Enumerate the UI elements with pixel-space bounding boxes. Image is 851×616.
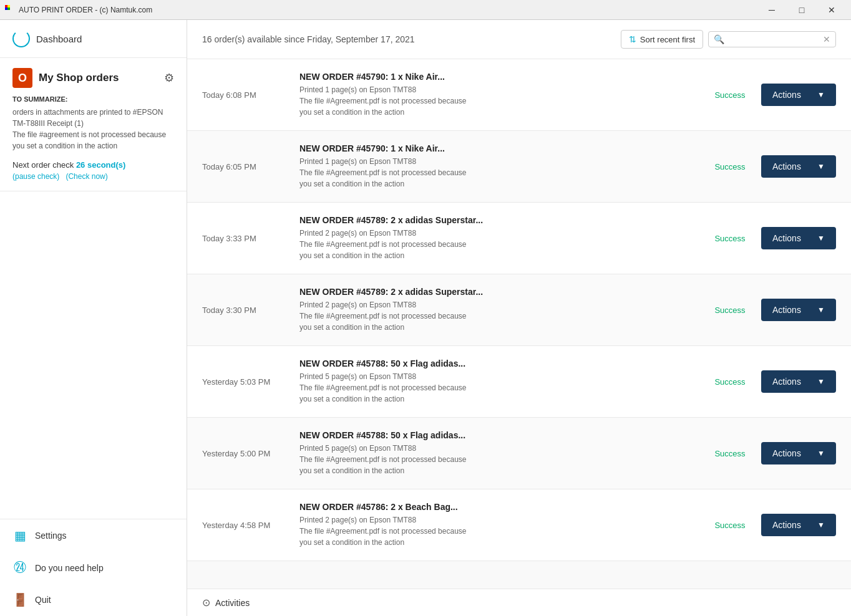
- settings-icon: ▦: [12, 528, 27, 543]
- actions-chevron-icon-2: ▼: [817, 234, 825, 243]
- order-status-4: Success: [699, 376, 761, 387]
- order-actions-4: Actions ▼: [761, 370, 836, 393]
- sidebar: Dashboard O My Shop orders ⚙ TO SUMMARIZ…: [0, 20, 187, 616]
- svg-rect-2: [5, 7, 7, 10]
- order-status-5: Success: [699, 448, 761, 459]
- help-icon: ㉔: [12, 561, 27, 575]
- order-detail-6: Printed 2 page(s) on Epson TMT88The file…: [299, 514, 689, 548]
- actions-chevron-icon-0: ▼: [817, 90, 825, 99]
- order-time-1: Today 6:05 PM: [202, 162, 289, 171]
- order-detail-3: Printed 2 page(s) on Epson TMT88The file…: [299, 299, 689, 333]
- settings-label: Settings: [35, 531, 67, 541]
- actions-button-4[interactable]: Actions ▼: [761, 370, 836, 393]
- actions-button-3[interactable]: Actions ▼: [761, 299, 836, 321]
- status-badge-2: Success: [714, 234, 745, 243]
- help-label: Do you need help: [35, 563, 104, 573]
- maximize-button[interactable]: □: [787, 0, 816, 20]
- sidebar-item-settings[interactable]: ▦ Settings: [0, 519, 187, 552]
- order-status-3: Success: [699, 304, 761, 315]
- content-header: 16 order(s) available since Friday, Sept…: [187, 20, 851, 59]
- order-row: Yesterday 5:03 PM NEW ORDER #45788: 50 x…: [187, 346, 851, 418]
- actions-button-5[interactable]: Actions ▼: [761, 442, 836, 464]
- order-detail-0: Printed 1 page(s) on Epson TMT88The file…: [299, 84, 689, 118]
- activities-bar: ⊙ Activities: [187, 589, 851, 616]
- sidebar-item-help[interactable]: ㉔ Do you need help: [0, 552, 187, 584]
- order-info-2: NEW ORDER #45789: 2 x adidas Superstar..…: [289, 215, 699, 261]
- order-time-4: Yesterday 5:03 PM: [202, 377, 289, 387]
- order-row: Today 6:08 PM NEW ORDER #45790: 1 x Nike…: [187, 59, 851, 131]
- actions-label-1: Actions: [772, 161, 801, 171]
- activities-toggle-icon[interactable]: ⊙: [202, 597, 210, 609]
- search-clear-icon[interactable]: ✕: [823, 34, 830, 44]
- next-check: Next order check 26 second(s): [12, 160, 174, 170]
- order-status-6: Success: [699, 519, 761, 531]
- order-detail-4: Printed 5 page(s) on Epson TMT88The file…: [299, 371, 689, 405]
- order-row: Yesterday 5:00 PM NEW ORDER #45788: 50 x…: [187, 418, 851, 489]
- order-status-0: Success: [699, 89, 761, 100]
- app-body: Dashboard O My Shop orders ⚙ TO SUMMARIZ…: [0, 20, 851, 616]
- sidebar-item-dashboard[interactable]: Dashboard: [0, 20, 187, 58]
- shop-header-left: O My Shop orders: [12, 68, 119, 88]
- order-row: Yesterday 4:58 PM NEW ORDER #45786: 2 x …: [187, 489, 851, 561]
- order-title-5: NEW ORDER #45788: 50 x Flag adidas...: [299, 430, 689, 440]
- actions-chevron-icon-6: ▼: [817, 521, 825, 529]
- order-actions-2: Actions ▼: [761, 227, 836, 249]
- header-controls: ⇅ Sort recent first 🔍 ✕: [621, 30, 836, 49]
- next-check-seconds: 26 second(s): [76, 160, 125, 170]
- order-time-0: Today 6:08 PM: [202, 90, 289, 100]
- sort-button[interactable]: ⇅ Sort recent first: [621, 30, 703, 49]
- check-now-link[interactable]: (Check now): [66, 172, 107, 181]
- search-box: 🔍 ✕: [708, 31, 836, 47]
- pause-check-link[interactable]: (pause check): [12, 172, 59, 181]
- order-actions-3: Actions ▼: [761, 299, 836, 321]
- sort-icon: ⇅: [629, 34, 636, 44]
- order-title-6: NEW ORDER #45786: 2 x Beach Bag...: [299, 502, 689, 512]
- order-detail-2: Printed 2 page(s) on Epson TMT88The file…: [299, 228, 689, 261]
- actions-button-1[interactable]: Actions ▼: [761, 155, 836, 178]
- actions-button-0[interactable]: Actions ▼: [761, 84, 836, 106]
- order-detail-1: Printed 1 page(s) on Epson TMT88The file…: [299, 156, 689, 190]
- main-content: 16 order(s) available since Friday, Sept…: [187, 20, 851, 616]
- order-detail-5: Printed 5 page(s) on Epson TMT88The file…: [299, 443, 689, 476]
- order-info-3: NEW ORDER #45789: 2 x adidas Superstar..…: [289, 287, 699, 333]
- sidebar-bottom: ▦ Settings ㉔ Do you need help 🚪 Quit: [0, 519, 187, 616]
- actions-button-6[interactable]: Actions ▼: [761, 514, 836, 536]
- dashboard-icon: [12, 30, 30, 47]
- sidebar-item-quit[interactable]: 🚪 Quit: [0, 584, 187, 616]
- actions-button-2[interactable]: Actions ▼: [761, 227, 836, 249]
- close-button[interactable]: ✕: [817, 0, 846, 20]
- title-bar-left: AUTO PRINT ORDER - (c) Namtuk.com: [5, 5, 152, 15]
- order-title-2: NEW ORDER #45789: 2 x adidas Superstar..…: [299, 215, 689, 225]
- summary-line-1: orders in attachments are printed to #EP…: [12, 108, 163, 128]
- minimize-button[interactable]: ─: [757, 0, 786, 20]
- order-time-5: Yesterday 5:00 PM: [202, 449, 289, 458]
- order-info-6: NEW ORDER #45786: 2 x Beach Bag... Print…: [289, 502, 699, 548]
- orders-count: 16 order(s) available since Friday, Sept…: [202, 34, 415, 44]
- order-row: Today 3:30 PM NEW ORDER #45789: 2 x adid…: [187, 274, 851, 346]
- order-info-5: NEW ORDER #45788: 50 x Flag adidas... Pr…: [289, 430, 699, 476]
- order-actions-5: Actions ▼: [761, 442, 836, 464]
- status-badge-3: Success: [714, 306, 745, 315]
- order-title-1: NEW ORDER #45790: 1 x Nike Air...: [299, 143, 689, 153]
- actions-chevron-icon-1: ▼: [817, 162, 825, 171]
- order-time-2: Today 3:33 PM: [202, 234, 289, 243]
- status-badge-5: Success: [714, 449, 745, 458]
- svg-rect-1: [7, 5, 10, 7]
- actions-chevron-icon-5: ▼: [817, 449, 825, 458]
- settings-gear-icon[interactable]: ⚙: [164, 71, 174, 85]
- order-row: Today 6:05 PM NEW ORDER #45790: 1 x Nike…: [187, 131, 851, 203]
- title-bar: AUTO PRINT ORDER - (c) Namtuk.com ─ □ ✕: [0, 0, 851, 20]
- app-title: AUTO PRINT ORDER - (c) Namtuk.com: [19, 6, 152, 14]
- actions-label-2: Actions: [772, 233, 801, 243]
- actions-label-4: Actions: [772, 377, 801, 387]
- dashboard-label: Dashboard: [36, 34, 82, 44]
- order-row: Today 3:33 PM NEW ORDER #45789: 2 x adid…: [187, 203, 851, 274]
- order-title-3: NEW ORDER #45789: 2 x adidas Superstar..…: [299, 287, 689, 297]
- search-input[interactable]: [727, 35, 820, 44]
- status-badge-1: Success: [714, 162, 745, 171]
- app-icon: [5, 5, 15, 15]
- title-bar-controls: ─ □ ✕: [757, 0, 846, 20]
- status-badge-4: Success: [714, 377, 745, 387]
- actions-label-6: Actions: [772, 520, 801, 530]
- actions-chevron-icon-3: ▼: [817, 306, 825, 314]
